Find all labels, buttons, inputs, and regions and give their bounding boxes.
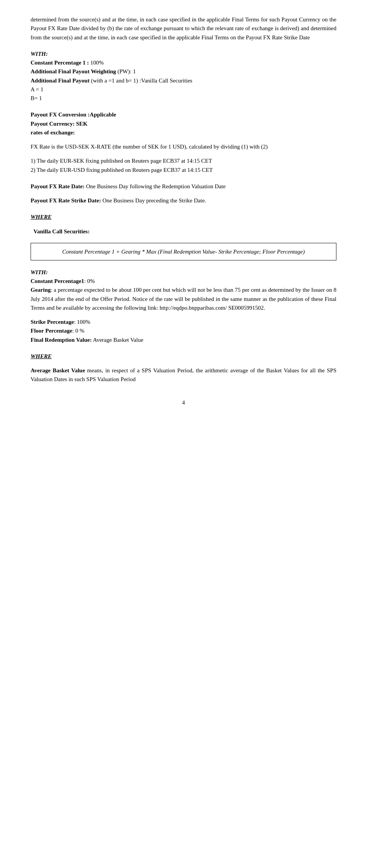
fx-rate-description: FX Rate is the USD-SEK X-RATE (the numbe…: [31, 142, 336, 151]
additional-final-payout-weighting-value: (PW): 1: [116, 68, 136, 74]
a-equals: A = 1: [31, 86, 43, 92]
with-heading: WITH:: [31, 51, 48, 57]
where-section: WHERE: [31, 213, 336, 221]
intro-text: determined from the source(s) and at the…: [31, 16, 336, 40]
average-basket-value-paragraph: Average Basket Value means, in respect o…: [31, 366, 336, 384]
vanilla-call-securities-label: Vanilla Call Securities:: [34, 228, 90, 234]
vanilla-call-securities-paragraph: Vanilla Call Securities:: [31, 227, 336, 236]
payout-fx-rate-date-paragraph: Payout FX Rate Date: One Business Day fo…: [31, 182, 336, 191]
payout-fx-section: Payout FX Conversion :Applicable Payout …: [31, 110, 336, 137]
eur-sek-fixing-paragraph: 1) The daily EUR-SEK fixing published on…: [31, 157, 336, 175]
additional-final-payout-value: (with a =1 and b= 1) :Vanilla Call Secur…: [89, 78, 192, 84]
payout-fx-rate-date-label: Payout FX Rate Date:: [31, 183, 84, 189]
formula-text: Constant Percentage 1 + Gearing * Max (F…: [62, 249, 305, 255]
b-equals: B= 1: [31, 95, 42, 101]
payout-fx-rate-date-value: One Business Day following the Redemptio…: [84, 183, 226, 189]
formula-box: Constant Percentage 1 + Gearing * Max (F…: [31, 243, 336, 260]
where-section-2: WHERE: [31, 352, 336, 361]
with-section: WITH: Constant Percentage 1 : 100% Addit…: [31, 50, 336, 103]
final-redemption-value-label: Final Redemption Value:: [31, 337, 92, 343]
strike-percentage-paragraph: Strike Percentage: 100% Floor Percentage…: [31, 318, 336, 344]
constant-percentage-1-label: Constant Percentage 1 :: [31, 60, 89, 66]
where-heading: WHERE: [31, 214, 52, 220]
final-redemption-value-value: Average Basket Value: [92, 337, 143, 343]
with-section-2: WITH: Constant Percentage1: 0% Gearing: …: [31, 268, 336, 312]
payout-currency-label: Payout Currency:: [31, 121, 75, 127]
strike-percentage-label: Strike Percentage: [31, 319, 74, 325]
payout-fx-rate-strike-date-label: Payout FX Rate Strike Date:: [31, 197, 101, 204]
additional-final-payout-weighting-label: Additional Final Payout Weighting: [31, 68, 116, 74]
gearing-value: : a percentage expected to be about 100 …: [31, 287, 336, 311]
floor-percentage-label: Floor Percentage: [31, 328, 72, 334]
constant-percentage-1-value: 100%: [89, 60, 104, 66]
average-basket-value-label: Average Basket Value: [31, 367, 85, 373]
eur-sek-fixing-text: 1) The daily EUR-SEK fixing published on…: [31, 158, 212, 164]
where-heading-2: WHERE: [31, 353, 52, 359]
page-container: determined from the source(s) and at the…: [0, 0, 367, 868]
fx-rate-desc-text: FX Rate is the USD-SEK X-RATE (the numbe…: [31, 144, 268, 150]
payout-fx-rate-strike-date-value: One Business Day preceding the Strike Da…: [101, 197, 206, 204]
payout-fx-conversion-value: Applicable: [90, 112, 116, 118]
additional-final-payout-label: Additional Final Payout: [31, 78, 89, 84]
strike-percentage-value: : 100%: [74, 319, 90, 325]
constant-percentage1-value: : 0%: [84, 278, 95, 284]
payout-fx-rate-strike-date-paragraph: Payout FX Rate Strike Date: One Business…: [31, 196, 336, 205]
payout-currency-value: SEK: [75, 121, 88, 127]
constant-percentage1-label: Constant Percentage1: [31, 278, 84, 284]
with-heading-2: WITH:: [31, 269, 48, 275]
floor-percentage-value: : 0 %: [72, 328, 84, 334]
gearing-label: Gearing: [31, 287, 51, 293]
page-number: 4: [31, 399, 336, 406]
eur-usd-fixing-text: 2) The daily EUR-USD fixing published on…: [31, 167, 213, 173]
rates-of-exchange-label: rates of exchange:: [31, 129, 75, 136]
payout-fx-conversion-label: Payout FX Conversion :: [31, 112, 90, 118]
intro-paragraph: determined from the source(s) and at the…: [31, 15, 336, 42]
